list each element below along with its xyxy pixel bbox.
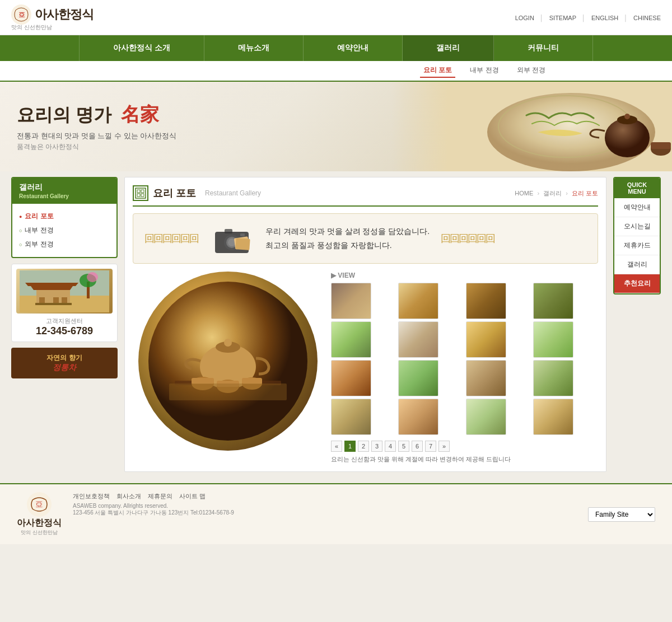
thumb-6[interactable] [398,321,438,358]
svg-rect-23 [137,190,140,193]
thumb-15[interactable] [466,399,506,435]
page-5-btn[interactable]: 5 [398,441,409,452]
page-7-btn[interactable]: 7 [425,441,436,452]
gallery-intro: 回回回回回回 우리 겨레의 맛과 멋을 살려 정성을 담았습니다. 최고의 품질… [133,213,598,264]
page-6-btn[interactable]: 6 [412,441,423,452]
hero-sub1: 전통과 현대의 맛과 멋을 느낄 수 있는 아사한정식 [17,131,176,141]
hero-sub2: 품격높은 아사한정식 [17,142,176,152]
family-site-select[interactable]: Family Site [588,507,655,522]
thumb-grid [331,283,598,435]
camera-icon [212,223,251,254]
deco-pattern-left: 回回回回回回 [144,232,198,245]
page-2-btn[interactable]: 2 [358,441,369,452]
subnav-exterior[interactable]: 외부 전경 [514,64,549,78]
logo-title: 亞 아사한정식 [11,4,94,25]
nav-gallery[interactable]: 갤러리 [403,35,494,61]
page-header-left: 요리 포토 Restaurant Gallery [133,185,261,201]
quick-menu-box: QUICK MENU 예약안내 오시는길 제휴카드 갤러리 추천요리 [613,177,661,294]
footer-affiliate[interactable]: 제휴문의 [148,492,172,501]
content-wrapper: 갤러리 Restaurant Gallery 요리 포토 내부 전경 외부 전경 [0,171,672,478]
svg-rect-47 [169,384,287,400]
footer-logo: 亞 아사한정식 맛의 신선한만남 [17,492,62,536]
thumb-13[interactable] [331,399,371,435]
sub-nav: 요리 포토 내부 전경 외부 전경 [0,61,672,82]
quick-menu-directions[interactable]: 오시는길 [614,217,660,236]
footer-left: 亞 아사한정식 맛의 신선한만남 개인보호정책 회사소개 제휴문의 사이트 맵 … [17,492,234,536]
support-phone: 12-345-6789 [16,325,113,337]
page-3-btn[interactable]: 3 [371,441,382,452]
page-note: 요리는 신선함과 맛을 위해 계절에 따라 변경하여 제공해 드립니다 [331,455,598,464]
quick-menu-recommend[interactable]: 추천요리 [614,274,660,293]
sidebar-menu-interior[interactable]: 내부 전경 [19,223,110,237]
sitemap-link[interactable]: SITEMAP [549,15,576,21]
svg-point-14 [87,272,98,282]
thumb-1[interactable] [331,283,371,319]
svg-rect-8 [651,142,671,149]
svg-rect-21 [35,303,72,305]
thumb-8[interactable] [533,321,573,358]
page-icon [133,185,148,201]
page-title-en: Restaurant Gallery [205,189,261,197]
thumb-2[interactable] [398,283,438,319]
svg-rect-25 [137,194,140,197]
page-prev-btn[interactable]: « [331,441,342,452]
quick-menu-reservation[interactable]: 예약안내 [614,198,660,217]
hero-food-svg [414,82,672,171]
footer-privacy[interactable]: 개인보호정책 [73,492,110,501]
footer-info: 개인보호정책 회사소개 제휴문의 사이트 맵 ASAWEB company. A… [73,492,234,517]
sidebar-gallery-box: 갤러리 Restaurant Gallery 요리 포토 내부 전경 외부 전경 [11,177,118,258]
chinese-link[interactable]: CHINESE [633,15,661,21]
svg-marker-16 [31,286,73,290]
subnav-interior[interactable]: 내부 전경 [466,64,502,78]
banner-top-text: 자연의 향기 [17,353,112,363]
main-nav: 아사한정식 소개 메뉴소개 예약안내 갤러리 커뮤니티 [0,35,672,61]
footer-links: 개인보호정책 회사소개 제휴문의 사이트 맵 [73,492,234,501]
svg-text:亞: 亞 [36,501,43,508]
sidebar-menu-exterior[interactable]: 외부 전경 [19,237,110,251]
quick-menu-gallery[interactable]: 갤러리 [614,255,660,274]
thumb-11[interactable] [466,360,506,396]
quick-menu-card[interactable]: 제휴카드 [614,236,660,255]
gallery-main-area: ▶ VIEW [133,272,598,464]
nav-intro[interactable]: 아사한정식 소개 [79,35,204,61]
svg-marker-17 [25,283,78,286]
camera-icon-box [209,222,254,255]
intro-text: 우리 겨레의 맛과 멋을 살려 정성을 담았습니다. 최고의 품질과 풍성함을 … [265,225,430,252]
login-link[interactable]: LOGIN [515,15,534,21]
thumb-14[interactable] [398,399,438,435]
footer-about[interactable]: 회사소개 [116,492,141,501]
pavilion-illustration [20,270,109,312]
pagination: « 1 2 3 4 5 6 7 » [331,441,598,452]
page-1-btn[interactable]: 1 [344,441,356,452]
nav-menu[interactable]: 메뉴소개 [204,35,304,61]
support-label: 고객지원센터 [16,317,113,325]
quick-menu: QUICK MENU 예약안내 오시는길 제휴카드 갤러리 추천요리 [613,177,661,472]
thumb-3[interactable] [466,283,506,319]
thumb-4[interactable] [533,283,573,319]
thumb-10[interactable] [398,360,438,396]
nav-reservation[interactable]: 예약안내 [304,35,403,61]
thumb-12[interactable] [533,360,573,396]
page-4-btn[interactable]: 4 [385,441,396,452]
thumb-9[interactable] [331,360,371,396]
page-next-btn[interactable]: » [438,441,450,452]
sidebar-menu-photo[interactable]: 요리 포토 [19,209,110,223]
sidebar-gallery-header: 갤러리 Restaurant Gallery [12,178,116,204]
page-header: 요리 포토 Restaurant Gallery HOME › 갤러리 › 요리… [133,185,598,207]
thumb-7[interactable] [466,321,506,358]
quick-menu-header: QUICK MENU [614,178,660,198]
nav-community[interactable]: 커뮤니티 [494,35,593,61]
big-image-frame [138,272,318,451]
svg-rect-34 [235,238,250,250]
subnav-photo[interactable]: 요리 포토 [420,64,455,78]
english-link[interactable]: ENGLISH [591,15,618,21]
main-content: 요리 포토 Restaurant Gallery HOME › 갤러리 › 요리… [124,177,606,472]
thumb-5[interactable] [331,321,371,358]
thumb-16[interactable] [533,399,573,435]
svg-point-40 [224,339,232,347]
hero-title: 요리의 명가 名家 [17,102,176,128]
banner-bottom-text: 정통차 [17,363,112,373]
page-title: 요리 포토 [153,186,196,200]
footer-sitemap[interactable]: 사이트 맵 [179,492,206,501]
hero-food-image [392,82,672,171]
